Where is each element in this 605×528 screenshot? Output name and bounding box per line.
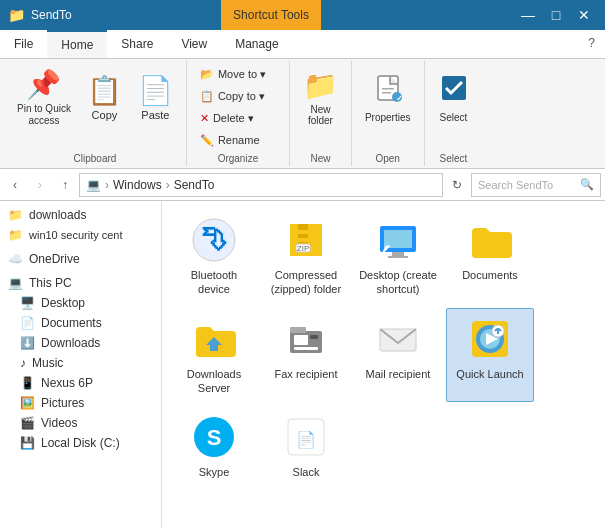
search-box[interactable]: Search SendTo 🔍 bbox=[471, 173, 601, 197]
svg-text:✓: ✓ bbox=[395, 94, 402, 103]
svg-rect-17 bbox=[384, 230, 412, 248]
tab-manage[interactable]: Manage bbox=[221, 30, 292, 58]
minimize-button[interactable]: — bbox=[515, 2, 541, 28]
computer-icon: 💻 bbox=[8, 276, 23, 290]
pictures-icon: 🖼️ bbox=[20, 396, 35, 410]
shortcut-tools-tab[interactable]: Shortcut Tools bbox=[221, 0, 321, 30]
compressed-label: Compressed (zipped) folder bbox=[267, 268, 345, 297]
svg-rect-10 bbox=[298, 230, 308, 234]
new-label: New bbox=[310, 153, 330, 164]
breadcrumb-sendto[interactable]: SendTo bbox=[174, 178, 215, 192]
copy-button[interactable]: 📋 Copy bbox=[80, 63, 129, 131]
folder-icon: 📁 bbox=[8, 208, 23, 222]
sidebar-item-desktop[interactable]: 🖥️ Desktop bbox=[0, 293, 161, 313]
svg-rect-12 bbox=[298, 238, 308, 242]
close-button[interactable]: ✕ bbox=[571, 2, 597, 28]
svg-rect-2 bbox=[382, 92, 391, 94]
copy-to-icon: 📋 bbox=[200, 90, 214, 103]
file-item-mail[interactable]: Mail recipient bbox=[354, 308, 442, 403]
file-item-quick-launch[interactable]: Quick Launch bbox=[446, 308, 534, 403]
mail-label: Mail recipient bbox=[366, 367, 431, 381]
new-folder-button[interactable]: 📁 Newfolder bbox=[296, 63, 345, 131]
svg-rect-18 bbox=[392, 252, 404, 256]
refresh-button[interactable]: ↻ bbox=[446, 174, 468, 196]
disk-icon: 💾 bbox=[20, 436, 35, 450]
bluetooth-label: Bluetooth device bbox=[175, 268, 253, 297]
quick-launch-label: Quick Launch bbox=[456, 367, 523, 381]
sidebar-item-onedrive[interactable]: ☁️ OneDrive bbox=[0, 249, 161, 269]
ribbon-group-new: 📁 Newfolder New bbox=[290, 61, 352, 166]
file-item-downloads-server[interactable]: Downloads Server bbox=[170, 308, 258, 403]
title-bar: 📁 SendTo Shortcut Tools — □ ✕ bbox=[0, 0, 605, 30]
videos-icon: 🎬 bbox=[20, 416, 35, 430]
ribbon-content: 📌 Pin to Quickaccess 📋 Copy 📄 Paste Clip… bbox=[0, 59, 605, 168]
window-title: SendTo bbox=[31, 8, 221, 22]
window-controls: — □ ✕ bbox=[515, 2, 597, 28]
new-folder-icon: 📁 bbox=[303, 69, 338, 102]
file-item-slack[interactable]: 📄 Slack bbox=[262, 406, 350, 486]
maximize-button[interactable]: □ bbox=[543, 2, 569, 28]
tab-share[interactable]: Share bbox=[107, 30, 167, 58]
documents-folder-label: Documents bbox=[462, 268, 518, 282]
help-button[interactable]: ? bbox=[578, 30, 605, 58]
move-to-button[interactable]: 📂 Move to ▾ bbox=[193, 63, 283, 85]
onedrive-icon: ☁️ bbox=[8, 252, 23, 266]
rename-button[interactable]: ✏️ Rename bbox=[193, 129, 283, 151]
sidebar-item-downloads-folder[interactable]: 📁 downloads bbox=[0, 205, 161, 225]
ribbon-group-clipboard: 📌 Pin to Quickaccess 📋 Copy 📄 Paste Clip… bbox=[4, 61, 187, 166]
svg-rect-1 bbox=[382, 88, 394, 90]
file-item-desktop-shortcut[interactable]: Desktop (create shortcut) bbox=[354, 209, 442, 304]
quick-launch-icon bbox=[466, 315, 514, 363]
select-icon bbox=[438, 72, 470, 110]
paste-icon: 📄 bbox=[138, 74, 173, 107]
tab-file[interactable]: File bbox=[0, 30, 47, 58]
file-item-documents[interactable]: Documents bbox=[446, 209, 534, 304]
svg-text:⮷: ⮷ bbox=[201, 225, 227, 255]
ribbon-group-select: Select Select bbox=[425, 61, 483, 166]
sidebar-item-this-pc[interactable]: 💻 This PC bbox=[0, 273, 161, 293]
back-button[interactable]: ‹ bbox=[4, 174, 26, 196]
svg-rect-25 bbox=[294, 347, 318, 350]
pin-to-quick-access-button[interactable]: 📌 Pin to Quickaccess bbox=[10, 63, 78, 131]
select-label: Select bbox=[440, 153, 468, 164]
sidebar-item-nexus[interactable]: 📱 Nexus 6P bbox=[0, 373, 161, 393]
forward-button[interactable]: › bbox=[29, 174, 51, 196]
file-item-bluetooth[interactable]: ⮷ Bluetooth device bbox=[170, 209, 258, 304]
move-to-icon: 📂 bbox=[200, 68, 214, 81]
downloads-server-label: Downloads Server bbox=[175, 367, 253, 396]
properties-button[interactable]: ✓ Properties bbox=[358, 63, 418, 131]
skype-label: Skype bbox=[199, 465, 230, 479]
sidebar-item-downloads[interactable]: ⬇️ Downloads bbox=[0, 333, 161, 353]
delete-button[interactable]: ✕ Delete ▾ bbox=[193, 107, 283, 129]
select-button[interactable]: Select bbox=[431, 63, 477, 131]
tab-home[interactable]: Home bbox=[47, 30, 107, 58]
file-item-skype[interactable]: S Skype bbox=[170, 406, 258, 486]
documents-icon: 📄 bbox=[20, 316, 35, 330]
up-button[interactable]: ↑ bbox=[54, 174, 76, 196]
desktop-shortcut-label: Desktop (create shortcut) bbox=[359, 268, 437, 297]
breadcrumb-windows[interactable]: Windows bbox=[113, 178, 162, 192]
ribbon: File Home Share View Manage ? 📌 Pin to Q… bbox=[0, 30, 605, 169]
bluetooth-icon: ⮷ bbox=[190, 216, 238, 264]
ribbon-group-open: ✓ Properties Open bbox=[352, 61, 425, 166]
ribbon-group-organize: 📂 Move to ▾ 📋 Copy to ▾ ✕ Delete ▾ ✏️ Re… bbox=[187, 61, 290, 166]
sidebar-item-win10[interactable]: 📁 win10 security cent bbox=[0, 225, 161, 245]
sidebar-item-music[interactable]: ♪ Music bbox=[0, 353, 161, 373]
svg-rect-26 bbox=[290, 327, 306, 333]
file-item-compressed[interactable]: ZIP Compressed (zipped) folder bbox=[262, 209, 350, 304]
breadcrumb-icon: 💻 bbox=[86, 178, 101, 192]
breadcrumb[interactable]: 💻 › Windows › SendTo bbox=[79, 173, 443, 197]
organize-label: Organize bbox=[218, 153, 259, 164]
main-area: 📁 downloads 📁 win10 security cent ☁️ One… bbox=[0, 201, 605, 528]
app-icon: 📁 bbox=[8, 7, 25, 23]
paste-button[interactable]: 📄 Paste bbox=[131, 63, 180, 131]
sidebar-item-local-disk[interactable]: 💾 Local Disk (C:) bbox=[0, 433, 161, 453]
sidebar-item-pictures[interactable]: 🖼️ Pictures bbox=[0, 393, 161, 413]
sidebar-item-documents[interactable]: 📄 Documents bbox=[0, 313, 161, 333]
tab-view[interactable]: View bbox=[167, 30, 221, 58]
music-icon: ♪ bbox=[20, 356, 26, 370]
sidebar-item-videos[interactable]: 🎬 Videos bbox=[0, 413, 161, 433]
copy-to-button[interactable]: 📋 Copy to ▾ bbox=[193, 85, 283, 107]
file-item-fax[interactable]: Fax recipient bbox=[262, 308, 350, 403]
file-grid: ⮷ Bluetooth device ZIP bbox=[170, 209, 597, 486]
